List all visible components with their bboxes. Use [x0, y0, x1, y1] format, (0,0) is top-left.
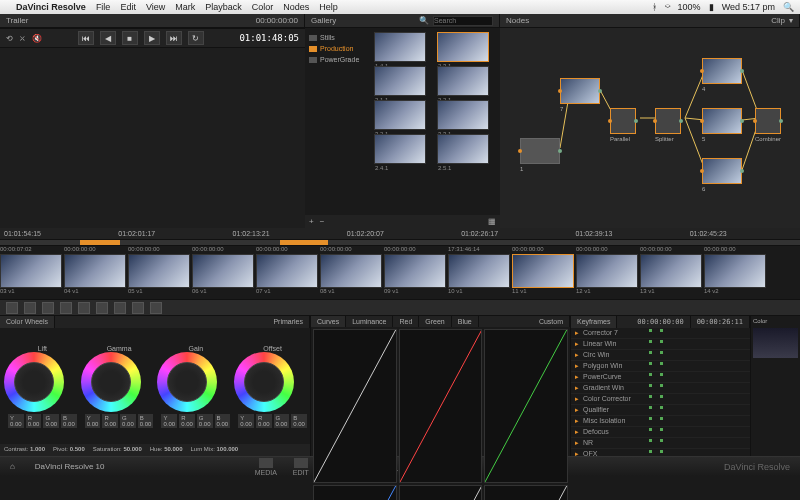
gallery-tree-stills[interactable]: Stills	[309, 32, 366, 43]
curve-red[interactable]	[399, 329, 483, 483]
tool-sizing-icon[interactable]	[132, 302, 144, 314]
gallery-thumb[interactable]: 2.4.1	[374, 134, 426, 164]
node[interactable]	[560, 78, 600, 104]
keyframe-row[interactable]: ▸Gradient Win	[571, 383, 750, 394]
node[interactable]	[755, 108, 781, 134]
keyframe-row[interactable]: ▸PowerCurve	[571, 372, 750, 383]
filmstrip-clip[interactable]: 00:00:00:0011 v1	[512, 246, 574, 299]
keyframe-row[interactable]: ▸NR	[571, 438, 750, 449]
filmstrip-clip[interactable]: 00:00:00:0006 v1	[192, 246, 254, 299]
filmstrip-clip[interactable]: 00:00:00:0012 v1	[576, 246, 638, 299]
tool-blur-icon[interactable]	[96, 302, 108, 314]
curve-mix-a[interactable]	[399, 485, 483, 500]
gallery-thumb[interactable]: 1.4.1	[374, 32, 426, 62]
color-wheel-gain[interactable]: GainY 0.00R 0.00G 0.00B 0.00	[157, 343, 234, 430]
gallery-tree-powergrade[interactable]: PowerGrade	[309, 54, 366, 65]
gallery-thumb[interactable]: 2.3.1	[437, 32, 489, 62]
gallery-thumb[interactable]: 2.5.1	[437, 134, 489, 164]
filmstrip-clip[interactable]: 00:00:00:0007 v1	[256, 246, 318, 299]
menu-mark[interactable]: Mark	[175, 2, 195, 12]
gallery-view-icon[interactable]: ▦	[488, 217, 496, 226]
tool-key-icon[interactable]	[114, 302, 126, 314]
curve-mix-b[interactable]	[484, 485, 568, 500]
play-button[interactable]: ▶	[144, 31, 160, 45]
curve-blue[interactable]	[313, 485, 397, 500]
keyframe-row[interactable]: ▸Linear Win	[571, 339, 750, 350]
tab-curves[interactable]: Curves	[311, 316, 346, 327]
curve-ch-lum[interactable]: Luminance	[346, 316, 393, 327]
filmstrip-clip[interactable]: 00:00:07:0203 v1	[0, 246, 62, 299]
curve-ch-red[interactable]: Red	[393, 316, 419, 327]
chevron-down-icon[interactable]: ▾	[789, 16, 793, 25]
node[interactable]	[610, 108, 636, 134]
timeline-track[interactable]	[0, 240, 800, 246]
home-icon[interactable]: ⌂	[10, 462, 15, 471]
gallery-thumb[interactable]: 3.3.1	[437, 100, 489, 130]
tool-curves-icon[interactable]	[24, 302, 36, 314]
keyframe-row[interactable]: ▸Color Corrector	[571, 394, 750, 405]
curve-lum[interactable]	[313, 329, 397, 483]
curve-ch-blue[interactable]: Blue	[452, 316, 479, 327]
color-wheel-lift[interactable]: LiftY 0.00R 0.00G 0.00B 0.00	[4, 343, 81, 430]
menu-playback[interactable]: Playback	[205, 2, 242, 12]
tab-color-wheels[interactable]: Color Wheels	[0, 316, 55, 328]
bluetooth-icon[interactable]: ᚼ	[652, 2, 657, 12]
node[interactable]	[655, 108, 681, 134]
filmstrip-clip[interactable]: 17:31:46:1410 v1	[448, 246, 510, 299]
jump-prev-button[interactable]: ⏮	[78, 31, 94, 45]
mute-icon[interactable]: 🔇	[32, 34, 42, 43]
menu-file[interactable]: File	[96, 2, 111, 12]
curve-ch-green[interactable]: Green	[419, 316, 451, 327]
wifi-icon[interactable]: ⌔	[665, 2, 670, 12]
loop-play-button[interactable]: ↻	[188, 31, 204, 45]
tool-tracker-icon[interactable]	[78, 302, 90, 314]
node[interactable]	[702, 108, 742, 134]
gallery-thumb[interactable]: 3.2.1	[374, 100, 426, 130]
gallery-thumb[interactable]: 2.1.1	[374, 66, 426, 96]
loop-icon[interactable]: ⟲	[6, 34, 13, 43]
keyframe-row[interactable]: ▸Corrector 7	[571, 328, 750, 339]
keyframe-row[interactable]: ▸Circ Win	[571, 350, 750, 361]
node[interactable]	[702, 58, 742, 84]
filmstrip-clip[interactable]: 00:00:00:0013 v1	[640, 246, 702, 299]
gallery-remove-button[interactable]: −	[320, 217, 325, 226]
spotlight-icon[interactable]: 🔍	[783, 2, 794, 12]
keyframe-row[interactable]: ▸OFX	[571, 449, 750, 456]
color-wheel-gamma[interactable]: GammaY 0.00R 0.00G 0.00B 0.00	[81, 343, 158, 430]
curve-green[interactable]	[484, 329, 568, 483]
tool-3d-icon[interactable]	[150, 302, 162, 314]
filmstrip-clip[interactable]: 00:00:00:0009 v1	[384, 246, 446, 299]
tool-window-icon[interactable]	[60, 302, 72, 314]
timeline-ruler[interactable]: 01:01:54:1501:02:01:1701:02:13:2101:02:2…	[0, 228, 800, 240]
app-menu-name[interactable]: DaVinci Resolve	[16, 2, 86, 12]
filmstrip-clip[interactable]: 00:00:00:0005 v1	[128, 246, 190, 299]
menu-edit[interactable]: Edit	[120, 2, 136, 12]
keyframe-row[interactable]: ▸Misc Isolation	[571, 416, 750, 427]
workspace-tab-edit[interactable]: EDIT	[293, 458, 309, 476]
gallery-thumb[interactable]: 2.2.1	[437, 66, 489, 96]
gallery-add-button[interactable]: +	[309, 217, 314, 226]
node-graph[interactable]: 17ParallelSplitter456Combiner	[500, 28, 800, 228]
node[interactable]	[702, 158, 742, 184]
filmstrip[interactable]: 00:00:07:0203 v100:00:00:0004 v100:00:00…	[0, 246, 800, 300]
step-back-button[interactable]: ◀	[100, 31, 116, 45]
menu-help[interactable]: Help	[319, 2, 338, 12]
tab-primaries[interactable]: Primaries	[267, 316, 310, 328]
menu-nodes[interactable]: Nodes	[283, 2, 309, 12]
filmstrip-clip[interactable]: 00:00:00:0008 v1	[320, 246, 382, 299]
keyframe-row[interactable]: ▸Defocus	[571, 427, 750, 438]
keyframe-row[interactable]: ▸Polygon Win	[571, 361, 750, 372]
shuffle-icon[interactable]: ⤫	[19, 34, 26, 43]
tool-qualifier-icon[interactable]	[42, 302, 54, 314]
stop-button[interactable]: ■	[122, 31, 138, 45]
gallery-tree-production[interactable]: Production	[309, 43, 366, 54]
menu-view[interactable]: View	[146, 2, 165, 12]
color-wheel-offset[interactable]: OffsetY 0.00R 0.00G 0.00B 0.00	[234, 343, 311, 430]
curve-ch-custom[interactable]: Custom	[533, 316, 570, 327]
jump-next-button[interactable]: ⏭	[166, 31, 182, 45]
filmstrip-clip[interactable]: 00:00:00:0014 v2	[704, 246, 766, 299]
menu-color[interactable]: Color	[252, 2, 274, 12]
tool-primaries-icon[interactable]	[6, 302, 18, 314]
tab-keyframes[interactable]: Keyframes	[571, 316, 617, 328]
clip-dropdown[interactable]: Clip	[771, 16, 785, 25]
